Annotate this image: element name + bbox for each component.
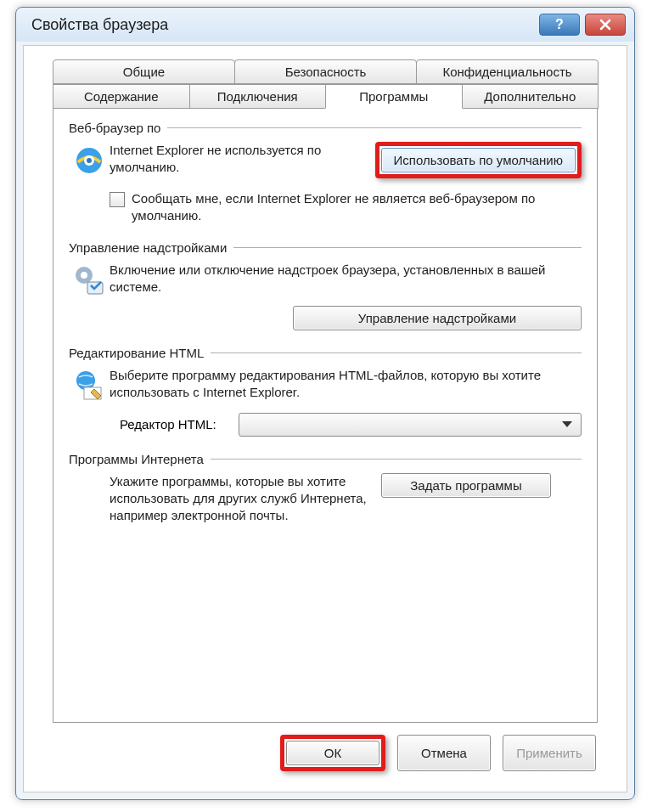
group-html-editing: Редактирование HTML Выберите программу р… — [69, 346, 582, 437]
group-addons: Управление надстройками Включение или от… — [69, 240, 582, 330]
window-title: Свойства браузера — [31, 16, 534, 34]
help-icon: ? — [554, 17, 565, 32]
set-default-button[interactable]: Использовать по умолчанию — [381, 148, 576, 172]
apply-button[interactable]: Применить — [503, 735, 596, 771]
tab-advanced[interactable]: Дополнительно — [462, 84, 599, 109]
svg-point-3 — [87, 158, 92, 163]
tab-security[interactable]: Безопасность — [234, 59, 417, 84]
group-html-editing-title: Редактирование HTML — [69, 346, 211, 360]
close-button[interactable] — [585, 14, 626, 36]
svg-point-5 — [81, 272, 87, 279]
highlight-ok: ОК — [280, 735, 385, 771]
set-programs-button[interactable]: Задать программы — [381, 473, 551, 498]
addons-desc: Включение или отключение надстроек брауз… — [110, 262, 582, 296]
html-edit-desc: Выберите программу редактирования HTML-ф… — [110, 367, 582, 402]
group-internet-programs-title: Программы Интернета — [69, 452, 211, 466]
tab-strip: Общие Безопасность Конфиденциальность Со… — [53, 59, 598, 109]
tab-panel-programs: Веб-браузер по Internet Explorer не испо… — [53, 109, 598, 723]
ok-button[interactable]: ОК — [286, 741, 379, 765]
internet-programs-desc: Укажите программы, которые вы хотите исп… — [110, 473, 381, 525]
group-addons-title: Управление надстройками — [69, 240, 233, 255]
group-default-browser-title: Веб-браузер по — [69, 121, 167, 135]
close-icon — [599, 18, 612, 31]
client-area: Общие Безопасность Конфиденциальность Со… — [23, 45, 627, 792]
globe-edit-icon — [72, 369, 106, 403]
manage-addons-button[interactable]: Управление надстройками — [293, 306, 582, 330]
highlight-set-default: Использовать по умолчанию — [375, 142, 582, 178]
cancel-button[interactable]: Отмена — [397, 735, 491, 771]
dialog-window: Свойства браузера ? Общие Безопасность К… — [15, 7, 635, 800]
tab-programs[interactable]: Программы — [325, 84, 463, 109]
notify-label: Сообщать мне, если Internet Explorer не … — [132, 190, 582, 225]
tab-privacy[interactable]: Конфиденциальность — [416, 59, 599, 84]
titlebar: Свойства браузера ? — [16, 8, 634, 42]
ie-icon — [72, 144, 106, 178]
html-editor-label: Редактор HTML: — [120, 417, 239, 431]
tab-connections[interactable]: Подключения — [189, 84, 327, 109]
svg-text:?: ? — [555, 17, 564, 31]
tab-content[interactable]: Содержание — [53, 84, 190, 109]
gear-icon — [72, 263, 106, 297]
html-editor-dropdown[interactable] — [239, 413, 582, 437]
group-internet-programs: Программы Интернета Укажите программы, к… — [69, 452, 582, 525]
default-browser-status: Internet Explorer не используется по умо… — [110, 142, 375, 177]
dialog-footer: ОК Отмена Применить — [36, 723, 615, 785]
help-button[interactable]: ? — [539, 14, 580, 36]
notify-checkbox[interactable] — [110, 192, 125, 207]
chevron-down-icon — [562, 421, 572, 427]
tab-general[interactable]: Общие — [53, 59, 235, 84]
group-default-browser: Веб-браузер по Internet Explorer не испо… — [69, 121, 582, 225]
